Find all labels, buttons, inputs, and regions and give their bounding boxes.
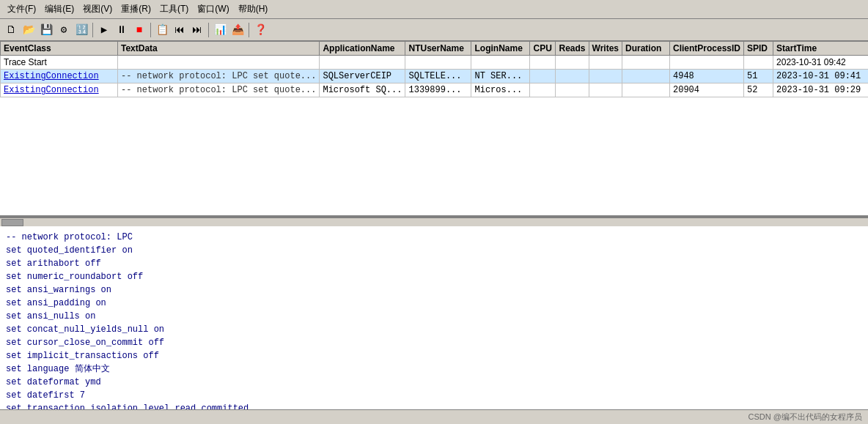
cell-starttime: 2023-10-31 09:29 bbox=[773, 83, 868, 97]
toolbar-sep-3 bbox=[208, 23, 209, 37]
menu-view[interactable]: 视图(V) bbox=[78, 1, 117, 17]
pause-icon: ⏸ bbox=[117, 25, 127, 35]
cell-ntusername: 1339899... bbox=[405, 83, 471, 97]
cell-starttime: 2023-10-31 09:42 bbox=[773, 56, 868, 70]
toolbar-sep-4 bbox=[249, 23, 249, 37]
stop-icon: ■ bbox=[136, 25, 142, 35]
cell-spid: 51 bbox=[744, 70, 773, 83]
statusbar: CSDN @编不出代码的女程序员 bbox=[0, 409, 868, 424]
toolbar-export1-btn[interactable]: 📊 bbox=[212, 22, 228, 38]
toolbar-open-btn[interactable]: 📂 bbox=[21, 22, 37, 38]
col-header-reads[interactable]: Reads bbox=[556, 42, 589, 56]
cell-appname: Microsoft SQ... bbox=[320, 83, 405, 97]
toolbar-replay3-btn[interactable]: ⏭ bbox=[189, 22, 205, 38]
toolbar-replay2-btn[interactable]: ⏮ bbox=[172, 22, 188, 38]
toolbar-extra-btn[interactable]: 🔢 bbox=[73, 22, 89, 38]
text-panel-line: set ansi_warnings on bbox=[6, 283, 862, 297]
cell-reads bbox=[556, 56, 589, 70]
toolbar-replay1-btn[interactable]: 📋 bbox=[154, 22, 170, 38]
menu-replay[interactable]: 重播(R) bbox=[117, 1, 155, 17]
properties-icon: ⚙ bbox=[61, 25, 67, 35]
cell-loginname bbox=[471, 56, 530, 70]
cell-reads bbox=[556, 83, 589, 97]
text-panel-line: set datefirst 7 bbox=[6, 389, 862, 402]
col-header-clientpid[interactable]: ClientProcessID bbox=[669, 42, 743, 56]
text-panel-line: set ansi_nulls on bbox=[6, 310, 862, 323]
main-content: EventClass TextData ApplicationName NTUs… bbox=[0, 41, 868, 409]
text-panel-line: set transaction isolation level read com… bbox=[6, 402, 862, 409]
cell-eventclass: Trace Start bbox=[1, 56, 118, 70]
cell-textdata: -- network protocol: LPC set quote... bbox=[118, 83, 320, 97]
toolbar-save-btn[interactable]: 💾 bbox=[38, 22, 54, 38]
menu-file[interactable]: 文件(F) bbox=[3, 1, 40, 17]
cell-writes bbox=[589, 70, 622, 83]
col-header-appname[interactable]: ApplicationName bbox=[320, 42, 405, 56]
col-header-cpu[interactable]: CPU bbox=[530, 42, 556, 56]
new-icon: 🗋 bbox=[6, 25, 16, 35]
menu-help[interactable]: 帮助(H) bbox=[234, 1, 273, 17]
extra-icon: 🔢 bbox=[76, 25, 88, 35]
run-icon: ▶ bbox=[101, 25, 107, 35]
toolbar-stop-btn[interactable]: ■ bbox=[131, 22, 147, 38]
table-row[interactable]: Trace Start 2023-10-31 09:42 bbox=[1, 56, 869, 70]
save-icon: 💾 bbox=[40, 25, 53, 35]
text-panel-line: set implicit_transactions off bbox=[6, 349, 862, 362]
cell-eventclass: ExistingConnection bbox=[1, 83, 118, 97]
toolbar-properties-btn[interactable]: ⚙ bbox=[56, 22, 72, 38]
table-header: EventClass TextData ApplicationName NTUs… bbox=[1, 42, 869, 56]
table-body: Trace Start 2023-10-31 09:42 ExistingCon… bbox=[1, 56, 869, 97]
toolbar-sep-1 bbox=[92, 23, 93, 37]
export2-icon: 📤 bbox=[232, 25, 244, 35]
cell-reads bbox=[556, 70, 589, 83]
col-header-spid[interactable]: SPID bbox=[744, 42, 773, 56]
cell-spid: 52 bbox=[744, 83, 773, 97]
menu-window[interactable]: 窗口(W) bbox=[193, 1, 233, 17]
cell-clientpid: 4948 bbox=[669, 70, 743, 83]
cell-appname bbox=[320, 56, 405, 70]
cell-loginname: Micros... bbox=[471, 83, 530, 97]
cell-cpu bbox=[530, 70, 556, 83]
text-panel-line: set quoted_identifier on bbox=[6, 244, 862, 257]
horizontal-scrollbar[interactable] bbox=[0, 217, 868, 226]
toolbar: 🗋 📂 💾 ⚙ 🔢 ▶ ⏸ ■ 📋 ⏮ ⏭ 📊 📤 ❓ bbox=[0, 19, 868, 41]
cell-cpu bbox=[530, 56, 556, 70]
cell-duration bbox=[622, 56, 669, 70]
trace-table: EventClass TextData ApplicationName NTUs… bbox=[0, 41, 868, 97]
cell-spid bbox=[744, 56, 773, 70]
col-header-writes[interactable]: Writes bbox=[589, 42, 622, 56]
replay1-icon: 📋 bbox=[156, 25, 169, 35]
text-panel-line: set numeric_roundabort off bbox=[6, 270, 862, 283]
open-icon: 📂 bbox=[23, 25, 35, 35]
toolbar-pause-btn[interactable]: ⏸ bbox=[114, 22, 130, 38]
cell-duration bbox=[622, 70, 669, 83]
col-header-starttime[interactable]: StartTime bbox=[773, 42, 868, 56]
table-row[interactable]: ExistingConnection -- network protocol: … bbox=[1, 83, 869, 97]
cell-duration bbox=[622, 83, 669, 97]
text-panel-line: set language 简体中文 bbox=[6, 362, 862, 376]
cell-clientpid bbox=[669, 56, 743, 70]
menu-tools[interactable]: 工具(T) bbox=[155, 1, 193, 17]
toolbar-new-btn[interactable]: 🗋 bbox=[3, 22, 19, 38]
replay2-icon: ⏮ bbox=[174, 25, 185, 35]
cell-eventclass: ExistingConnection bbox=[1, 70, 118, 83]
toolbar-run-btn[interactable]: ▶ bbox=[96, 22, 112, 38]
toolbar-help-btn[interactable]: ❓ bbox=[252, 22, 268, 38]
col-header-loginname[interactable]: LoginName bbox=[471, 42, 530, 56]
col-header-textdata[interactable]: TextData bbox=[118, 42, 320, 56]
text-panel: -- network protocol: LPCset quoted_ident… bbox=[0, 226, 868, 409]
table-area[interactable]: EventClass TextData ApplicationName NTUs… bbox=[0, 41, 868, 217]
toolbar-sep-2 bbox=[150, 23, 151, 37]
hscroll-thumb[interactable] bbox=[1, 219, 23, 226]
cell-ntusername bbox=[405, 56, 471, 70]
help-icon: ❓ bbox=[254, 25, 267, 35]
menu-edit[interactable]: 编辑(E) bbox=[40, 1, 78, 17]
cell-starttime: 2023-10-31 09:41 bbox=[773, 70, 868, 83]
table-row[interactable]: ExistingConnection -- network protocol: … bbox=[1, 70, 869, 83]
col-header-duration[interactable]: Duration bbox=[622, 42, 669, 56]
toolbar-export2-btn[interactable]: 📤 bbox=[229, 22, 246, 38]
text-panel-line: -- network protocol: LPC bbox=[6, 231, 862, 244]
col-header-ntusername[interactable]: NTUserName bbox=[405, 42, 471, 56]
replay3-icon: ⏭ bbox=[192, 25, 202, 35]
col-header-eventclass[interactable]: EventClass bbox=[1, 42, 118, 56]
text-panel-line: set ansi_padding on bbox=[6, 297, 862, 310]
